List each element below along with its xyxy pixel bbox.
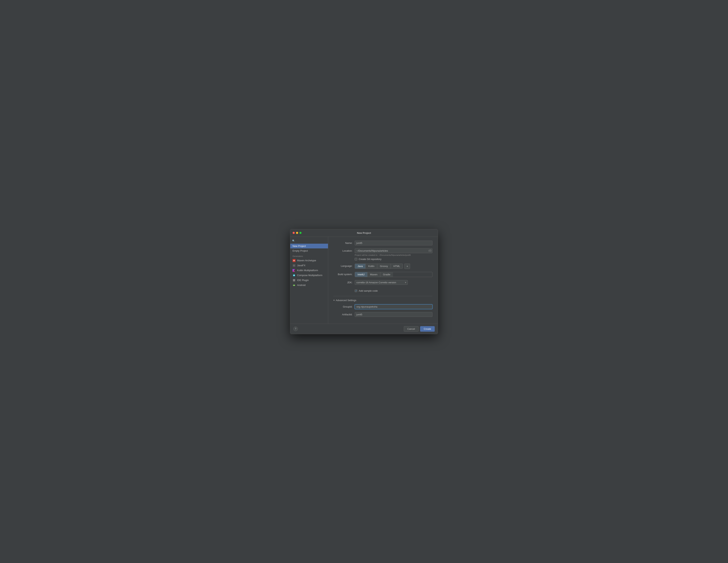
groupid-label: GroupId:: [333, 304, 352, 308]
footer-buttons: Cancel Create: [404, 326, 435, 332]
groupid-row: GroupId:: [333, 304, 432, 309]
artifactid-field-wrapper: [355, 312, 432, 317]
name-label: Name:: [333, 241, 352, 244]
jdk-control: corretto-16 Amazon Corretto version: [355, 280, 432, 285]
location-row: Location: Project will be created in: ~/…: [333, 248, 432, 261]
empty-project-label: Empty Project: [293, 249, 308, 252]
sidebar: 🔍 New Project Empty Project Generators m…: [290, 237, 328, 324]
jdk-label: JDK:: [333, 280, 352, 284]
compose-label: Compose Multiplatform: [297, 274, 322, 277]
browse-folder-button[interactable]: [429, 250, 431, 252]
add-sample-checkbox[interactable]: [355, 290, 357, 292]
main-content: Name: Location:: [328, 237, 438, 324]
language-java-button[interactable]: Java: [355, 264, 366, 269]
location-input[interactable]: [355, 248, 432, 253]
search-icon: 🔍: [292, 239, 295, 242]
svg-text:fx: fx: [293, 265, 295, 266]
create-button[interactable]: Create: [420, 326, 435, 332]
git-checkbox-row: Create Git repository: [355, 258, 432, 261]
svg-line-11: [293, 284, 294, 285]
svg-point-4: [293, 275, 295, 276]
sidebar-item-empty-project[interactable]: Empty Project: [290, 248, 328, 253]
svg-rect-6: [293, 279, 295, 281]
svg-rect-7: [293, 281, 295, 281]
build-button-group: IntelliJ Maven Gradle: [355, 272, 432, 277]
build-control: IntelliJ Maven Gradle: [355, 272, 432, 277]
language-add-button[interactable]: +: [404, 264, 410, 269]
language-kotlin-button[interactable]: Kotlin: [366, 264, 377, 269]
help-button[interactable]: ?: [293, 327, 298, 331]
android-icon: [293, 284, 296, 287]
sidebar-item-javafx[interactable]: fx JavaFX: [290, 263, 328, 268]
name-field-wrapper: [355, 241, 432, 245]
sidebar-item-maven[interactable]: m Maven Archetype: [290, 258, 328, 263]
dialog-title: New Project: [357, 232, 371, 234]
search-box: 🔍: [290, 238, 328, 244]
javafx-icon: fx: [293, 264, 296, 267]
artifactid-row: ArtifactId:: [333, 312, 432, 317]
minimize-button[interactable]: [296, 232, 298, 234]
new-project-label: New Project: [293, 245, 306, 247]
svg-rect-10: [295, 285, 295, 286]
artifactid-input[interactable]: [355, 312, 432, 317]
location-field-wrapper: Project will be created in: ~/Documents/…: [355, 248, 432, 261]
maximize-button[interactable]: [299, 232, 302, 234]
advanced-toggle[interactable]: Advanced Settings: [333, 299, 432, 302]
sample-code-row: Add sample code: [355, 288, 432, 292]
traffic-lights: [293, 232, 302, 234]
jdk-select[interactable]: corretto-16 Amazon Corretto version: [355, 280, 408, 285]
language-control: Java Kotlin Groovy HTML +: [355, 264, 432, 269]
generators-label: Generators: [290, 253, 328, 258]
jdk-row: JDK: corretto-16 Amazon Corretto version: [333, 280, 432, 285]
javafx-label: JavaFX: [297, 264, 305, 267]
ide-icon: [293, 279, 296, 282]
maven-label: Maven Archetype: [297, 259, 316, 262]
language-html-button[interactable]: HTML: [391, 264, 403, 269]
language-button-group: Java Kotlin Groovy HTML: [355, 264, 403, 269]
close-button[interactable]: [293, 232, 295, 234]
sidebar-item-android[interactable]: Android: [290, 283, 328, 288]
location-label: Location:: [333, 248, 352, 252]
svg-point-13: [293, 285, 294, 285]
build-gradle-button[interactable]: Gradle: [380, 272, 393, 277]
build-maven-button[interactable]: Maven: [367, 272, 380, 277]
add-sample-label: Add sample code: [359, 289, 378, 292]
location-hint: Project will be created in: ~/Documents/…: [355, 254, 432, 256]
build-system-row: Build system: IntelliJ Maven Gradle: [333, 272, 432, 277]
sample-checkbox-row: Add sample code: [355, 289, 378, 292]
svg-line-12: [294, 284, 295, 285]
dialog-body: 🔍 New Project Empty Project Generators m…: [290, 237, 438, 324]
title-bar: New Project: [290, 229, 438, 237]
svg-rect-8: [293, 285, 295, 286]
groupid-field-wrapper: [355, 304, 432, 309]
sidebar-item-new-project[interactable]: New Project: [290, 244, 328, 248]
language-label: Language:: [333, 264, 352, 267]
android-label: Android: [297, 284, 306, 287]
separator: [333, 296, 432, 296]
svg-rect-9: [293, 285, 293, 286]
cancel-button[interactable]: Cancel: [404, 326, 419, 332]
svg-marker-2: [293, 269, 295, 272]
create-git-checkbox[interactable]: [355, 258, 357, 260]
advanced-section: Advanced Settings GroupId: ArtifactId:: [333, 296, 432, 317]
advanced-label: Advanced Settings: [336, 299, 356, 302]
dialog-footer: ? Cancel Create: [290, 324, 438, 334]
sidebar-item-kotlin[interactable]: Kotlin Multiplatform: [290, 268, 328, 273]
language-row: Language: Java Kotlin Groovy HTML +: [333, 264, 432, 269]
ide-label: IDE Plugin: [297, 279, 309, 282]
artifactid-label: ArtifactId:: [333, 312, 352, 316]
build-intellij-button[interactable]: IntelliJ: [355, 272, 367, 277]
groupid-input[interactable]: [355, 304, 432, 309]
language-groovy-button[interactable]: Groovy: [377, 264, 391, 269]
sidebar-item-ide[interactable]: IDE Plugin: [290, 278, 328, 283]
sidebar-item-compose[interactable]: Compose Multiplatform: [290, 273, 328, 278]
new-project-dialog: New Project 🔍 New Project Empty Project …: [290, 229, 438, 334]
build-system-label: Build system:: [333, 272, 352, 276]
kotlin-label: Kotlin Multiplatform: [297, 269, 318, 272]
kotlin-icon: [293, 269, 296, 272]
compose-icon: [293, 274, 296, 277]
name-input[interactable]: [355, 241, 432, 245]
create-git-label: Create Git repository: [359, 258, 381, 261]
name-row: Name:: [333, 241, 432, 245]
maven-icon: m: [293, 259, 296, 262]
